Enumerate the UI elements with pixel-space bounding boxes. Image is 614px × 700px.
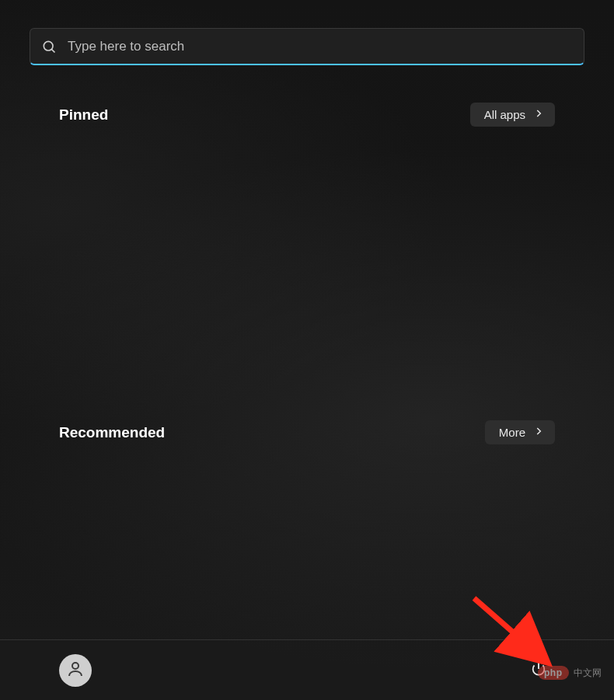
chevron-right-icon: [533, 108, 544, 121]
search-box[interactable]: [30, 28, 584, 65]
power-button[interactable]: [522, 654, 555, 687]
pinned-title: Pinned: [59, 106, 108, 124]
search-icon: [41, 39, 57, 54]
all-apps-label: All apps: [484, 108, 525, 121]
recommended-header: Recommended More: [59, 420, 555, 444]
more-label: More: [499, 426, 525, 439]
start-menu-panel: Pinned All apps Recommended More: [0, 0, 614, 700]
power-icon: [530, 660, 547, 680]
pinned-section: Pinned All apps: [0, 103, 614, 383]
svg-line-1: [51, 49, 54, 52]
recommended-section: Recommended More: [0, 420, 614, 614]
more-button[interactable]: More: [485, 420, 555, 444]
recommended-grid: [59, 458, 555, 614]
all-apps-button[interactable]: All apps: [470, 103, 555, 127]
search-container: [0, 0, 614, 65]
start-footer: [0, 639, 614, 700]
chevron-right-icon: [533, 426, 544, 439]
user-account-button[interactable]: [59, 654, 92, 687]
search-input[interactable]: [68, 39, 573, 54]
pinned-header: Pinned All apps: [59, 103, 555, 127]
svg-point-0: [44, 41, 53, 50]
person-icon: [66, 660, 85, 681]
pinned-grid: [59, 141, 555, 383]
recommended-title: Recommended: [59, 424, 165, 441]
svg-point-2: [72, 663, 78, 669]
